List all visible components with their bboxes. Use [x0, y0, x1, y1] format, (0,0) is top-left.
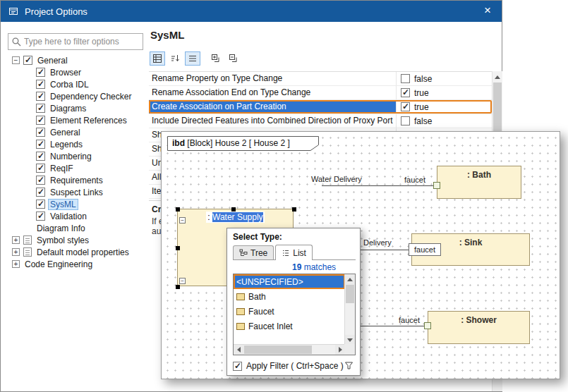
- option-value[interactable]: true: [396, 100, 492, 114]
- selection-handle[interactable]: [176, 207, 180, 212]
- checkbox-checked-icon[interactable]: [36, 68, 45, 77]
- checkbox-unchecked-icon[interactable]: [401, 116, 410, 125]
- option-row-rename-association-end-on-type-change[interactable]: Rename Association End on Type Changetru…: [149, 86, 492, 100]
- type-list-vscrollbar[interactable]: [344, 274, 355, 345]
- tree-item-dependency-checker[interactable]: Dependency Checker: [8, 90, 145, 102]
- option-row-create-association-on-part-creation[interactable]: Create Association on Part Creationtrue: [149, 100, 492, 114]
- filter-input[interactable]: [24, 37, 140, 47]
- categorized-view-button[interactable]: [150, 51, 165, 66]
- port-sink-faucet[interactable]: faucet: [409, 243, 441, 256]
- type-list-hscrollbar[interactable]: [234, 344, 346, 355]
- checkbox-checked-icon[interactable]: [36, 212, 45, 221]
- option-row-rename-property-on-type-change[interactable]: Rename Property on Type Changefalse: [149, 72, 492, 86]
- tree-item-label: SysML: [49, 200, 78, 209]
- tab-list[interactable]: List: [275, 245, 313, 260]
- connector-water-delivery-sink[interactable]: [361, 250, 409, 250]
- expander-icon[interactable]: +: [12, 236, 20, 244]
- tree-item-corba-idl[interactable]: Corba IDL: [8, 78, 145, 90]
- tree-item-element-references[interactable]: Element References: [8, 114, 145, 126]
- connector-water-delivery-bath[interactable]: [322, 185, 433, 186]
- tree-item-label: Symbol styles: [35, 235, 90, 245]
- checkbox-checked-icon[interactable]: [36, 104, 45, 113]
- checkbox-checked-icon[interactable]: [36, 176, 45, 185]
- type-item-bath[interactable]: Bath: [234, 289, 345, 304]
- selection-handle[interactable]: [292, 207, 296, 212]
- checkbox-checked-icon[interactable]: [36, 140, 45, 149]
- tree-item-label: Suspect Links: [49, 188, 104, 197]
- option-row-include-directed-features-into-combined-direction-of-proxy-port[interactable]: Include Directed Features into Combined …: [149, 114, 492, 128]
- tree-item-general[interactable]: General: [8, 126, 145, 138]
- arrow-up-icon: [495, 75, 500, 79]
- tree-item-label: Numbering: [49, 152, 93, 161]
- tree-item-numbering[interactable]: Numbering: [8, 150, 145, 162]
- compartment-toggle-icon[interactable]: −: [179, 278, 186, 284]
- checkbox-checked-icon[interactable]: [36, 164, 45, 173]
- scroll-up-button[interactable]: [493, 71, 502, 82]
- port-shower-faucet[interactable]: [424, 322, 431, 329]
- scroll-up-button[interactable]: [345, 274, 355, 285]
- checkbox-checked-icon[interactable]: [36, 128, 45, 137]
- type-item-label: Bath: [248, 292, 266, 302]
- tab-tree[interactable]: Tree: [233, 245, 274, 259]
- tree-item-legends[interactable]: Legends: [8, 138, 145, 150]
- checkbox-checked-icon[interactable]: [36, 92, 45, 101]
- tree-item-default-model-properties[interactable]: +Default model properties: [8, 246, 145, 258]
- tree-item-code-engineering[interactable]: +Code Engineering: [8, 258, 145, 270]
- checkbox-checked-icon[interactable]: [401, 88, 410, 97]
- checkbox-checked-icon[interactable]: [36, 116, 45, 125]
- collapse-all-button[interactable]: [226, 51, 241, 66]
- dialog-titlebar[interactable]: Project Options ×: [1, 1, 502, 22]
- sort-alphabetically-button[interactable]: [167, 51, 183, 66]
- filter-funnel-icon[interactable]: [344, 361, 354, 370]
- type-item-unspecified[interactable]: <UNSPECIFIED>: [234, 274, 345, 289]
- scrollbar-thumb[interactable]: [244, 345, 312, 354]
- type-item-faucet[interactable]: Faucet: [234, 304, 345, 319]
- tree-item-diagrams[interactable]: Diagrams: [8, 102, 145, 114]
- expand-all-button[interactable]: [208, 51, 224, 66]
- option-value[interactable]: true: [396, 86, 492, 99]
- tree-item-general[interactable]: −General: [8, 54, 145, 66]
- checkbox-checked-icon[interactable]: [233, 362, 242, 371]
- close-icon[interactable]: ×: [478, 1, 497, 21]
- apply-filter-row[interactable]: Apply Filter ( Ctrl+Space ): [233, 361, 344, 371]
- tree-item-reqif[interactable]: ReqIF: [8, 162, 145, 174]
- tree-item-diagram-info[interactable]: Diagram Info: [8, 222, 145, 234]
- checkbox-checked-icon[interactable]: [23, 56, 32, 65]
- selection-handle[interactable]: [176, 246, 180, 250]
- scroll-left-button[interactable]: [234, 345, 244, 355]
- option-value[interactable]: false: [396, 72, 492, 85]
- compartment-toggle-icon[interactable]: −: [179, 217, 186, 223]
- filter-box[interactable]: [8, 33, 143, 50]
- tree-item-label: ReqIF: [49, 164, 75, 173]
- checkbox-checked-icon[interactable]: [36, 200, 45, 209]
- checkbox-unchecked-icon[interactable]: [401, 74, 410, 83]
- checkbox-checked-icon[interactable]: [401, 102, 410, 111]
- expander-icon[interactable]: +: [12, 260, 20, 268]
- type-item-faucet-inlet[interactable]: Faucet Inlet: [234, 319, 345, 333]
- selection-handle[interactable]: [176, 285, 180, 289]
- tree-item-requirements[interactable]: Requirements: [8, 174, 145, 186]
- tree-item-suspect-links[interactable]: Suspect Links: [8, 186, 145, 198]
- tree-item-sysml[interactable]: SysML: [8, 198, 145, 210]
- expander-icon[interactable]: +: [12, 248, 20, 256]
- selection-handle[interactable]: [231, 207, 236, 212]
- flat-view-button[interactable]: [185, 51, 200, 66]
- part-bath[interactable]: : Bath: [437, 166, 521, 199]
- tree-item-symbol-styles[interactable]: +Symbol styles: [8, 234, 145, 246]
- tree-item-validation[interactable]: Validation: [8, 210, 145, 222]
- option-property: Rename Property on Type Change: [149, 72, 396, 85]
- option-value-label: true: [414, 88, 429, 98]
- checkbox-checked-icon[interactable]: [36, 152, 45, 161]
- checkbox-checked-icon[interactable]: [36, 80, 45, 89]
- option-value[interactable]: false: [396, 114, 492, 128]
- scrollbar-thumb[interactable]: [493, 82, 502, 132]
- scrollbar-thumb[interactable]: [346, 285, 354, 303]
- part-name-editor[interactable]: : Water Supply: [178, 212, 293, 222]
- option-property: Include Directed Features into Combined …: [149, 114, 396, 128]
- checkbox-checked-icon[interactable]: [36, 188, 45, 197]
- expander-icon[interactable]: −: [12, 56, 20, 64]
- tree-item-browser[interactable]: Browser: [8, 66, 145, 78]
- part-shower[interactable]: : Shower: [428, 311, 530, 344]
- connector-shower[interactable]: [361, 326, 424, 326]
- port-bath-faucet[interactable]: [433, 182, 440, 189]
